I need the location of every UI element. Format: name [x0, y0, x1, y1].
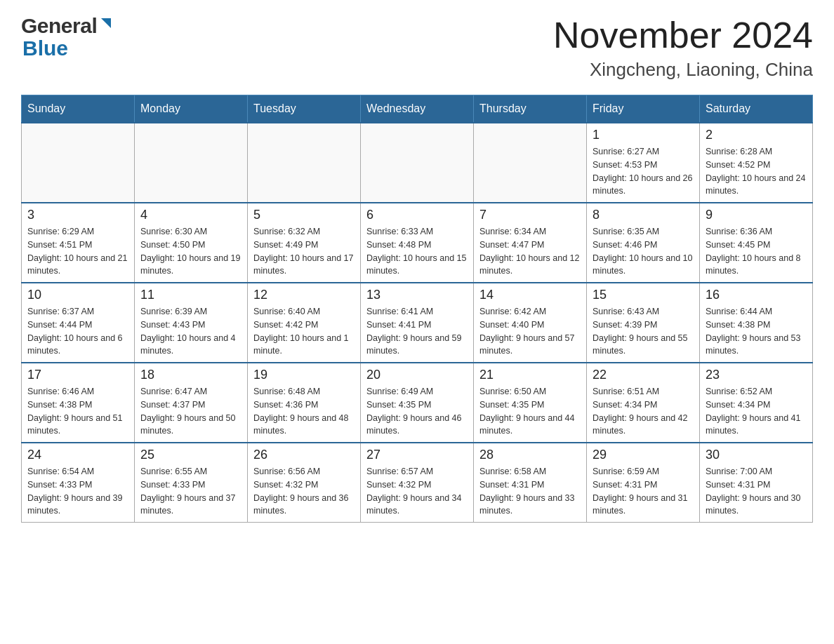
day-info: Sunrise: 6:54 AMSunset: 4:33 PMDaylight:… [27, 465, 128, 518]
table-row: 24Sunrise: 6:54 AMSunset: 4:33 PMDayligh… [22, 443, 135, 523]
table-row: 16Sunrise: 6:44 AMSunset: 4:38 PMDayligh… [700, 283, 813, 363]
table-row: 9Sunrise: 6:36 AMSunset: 4:45 PMDaylight… [700, 203, 813, 283]
day-info: Sunrise: 6:46 AMSunset: 4:38 PMDaylight:… [27, 385, 128, 438]
day-number: 20 [366, 368, 468, 382]
table-row: 6Sunrise: 6:33 AMSunset: 4:48 PMDaylight… [361, 203, 474, 283]
day-info: Sunrise: 6:34 AMSunset: 4:47 PMDaylight:… [479, 225, 581, 278]
table-row: 4Sunrise: 6:30 AMSunset: 4:50 PMDaylight… [135, 203, 248, 283]
day-number: 19 [253, 368, 355, 382]
day-number: 4 [140, 208, 241, 222]
page-header: General Blue November 2024 Xingcheng, Li… [21, 14, 813, 81]
day-number: 3 [27, 208, 128, 222]
day-info: Sunrise: 6:29 AMSunset: 4:51 PMDaylight:… [27, 225, 128, 278]
table-row: 3Sunrise: 6:29 AMSunset: 4:51 PMDaylight… [22, 203, 135, 283]
day-number: 2 [706, 128, 807, 142]
day-number: 21 [479, 368, 581, 382]
day-number: 9 [706, 208, 807, 222]
day-number: 1 [593, 128, 694, 142]
table-row: 15Sunrise: 6:43 AMSunset: 4:39 PMDayligh… [587, 283, 700, 363]
table-row: 1Sunrise: 6:27 AMSunset: 4:53 PMDaylight… [587, 123, 700, 203]
day-number: 30 [706, 448, 807, 462]
col-monday: Monday [135, 95, 248, 123]
day-info: Sunrise: 6:40 AMSunset: 4:42 PMDaylight:… [253, 305, 355, 358]
logo-blue-text: Blue [22, 36, 68, 60]
calendar-week-row: 3Sunrise: 6:29 AMSunset: 4:51 PMDaylight… [22, 203, 813, 283]
day-number: 25 [140, 448, 241, 462]
day-number: 26 [253, 448, 355, 462]
day-info: Sunrise: 6:35 AMSunset: 4:46 PMDaylight:… [593, 225, 694, 278]
day-info: Sunrise: 6:50 AMSunset: 4:35 PMDaylight:… [479, 385, 581, 438]
table-row: 23Sunrise: 6:52 AMSunset: 4:34 PMDayligh… [700, 363, 813, 443]
day-info: Sunrise: 6:37 AMSunset: 4:44 PMDaylight:… [27, 305, 128, 358]
day-info: Sunrise: 6:44 AMSunset: 4:38 PMDaylight:… [706, 305, 807, 358]
calendar-week-row: 24Sunrise: 6:54 AMSunset: 4:33 PMDayligh… [22, 443, 813, 523]
day-info: Sunrise: 7:00 AMSunset: 4:31 PMDaylight:… [706, 465, 807, 518]
day-info: Sunrise: 6:33 AMSunset: 4:48 PMDaylight:… [366, 225, 468, 278]
day-info: Sunrise: 6:39 AMSunset: 4:43 PMDaylight:… [140, 305, 241, 358]
page-subtitle: Xingcheng, Liaoning, China [553, 59, 813, 81]
table-row: 25Sunrise: 6:55 AMSunset: 4:33 PMDayligh… [135, 443, 248, 523]
day-info: Sunrise: 6:42 AMSunset: 4:40 PMDaylight:… [479, 305, 581, 358]
col-wednesday: Wednesday [361, 95, 474, 123]
day-number: 23 [706, 368, 807, 382]
table-row: 19Sunrise: 6:48 AMSunset: 4:36 PMDayligh… [248, 363, 361, 443]
table-row: 21Sunrise: 6:50 AMSunset: 4:35 PMDayligh… [474, 363, 587, 443]
table-row [474, 123, 587, 203]
day-number: 6 [366, 208, 468, 222]
calendar-table: Sunday Monday Tuesday Wednesday Thursday… [21, 95, 813, 523]
day-info: Sunrise: 6:59 AMSunset: 4:31 PMDaylight:… [593, 465, 694, 518]
day-info: Sunrise: 6:30 AMSunset: 4:50 PMDaylight:… [140, 225, 241, 278]
table-row: 17Sunrise: 6:46 AMSunset: 4:38 PMDayligh… [22, 363, 135, 443]
day-info: Sunrise: 6:52 AMSunset: 4:34 PMDaylight:… [706, 385, 807, 438]
col-thursday: Thursday [474, 95, 587, 123]
table-row: 28Sunrise: 6:58 AMSunset: 4:31 PMDayligh… [474, 443, 587, 523]
day-info: Sunrise: 6:51 AMSunset: 4:34 PMDaylight:… [593, 385, 694, 438]
day-number: 16 [706, 288, 807, 302]
day-number: 7 [479, 208, 581, 222]
table-row: 11Sunrise: 6:39 AMSunset: 4:43 PMDayligh… [135, 283, 248, 363]
logo-general-text: General [21, 14, 97, 38]
calendar-week-row: 10Sunrise: 6:37 AMSunset: 4:44 PMDayligh… [22, 283, 813, 363]
table-row: 20Sunrise: 6:49 AMSunset: 4:35 PMDayligh… [361, 363, 474, 443]
table-row: 7Sunrise: 6:34 AMSunset: 4:47 PMDaylight… [474, 203, 587, 283]
table-row [248, 123, 361, 203]
table-row [361, 123, 474, 203]
calendar-week-row: 1Sunrise: 6:27 AMSunset: 4:53 PMDaylight… [22, 123, 813, 203]
day-info: Sunrise: 6:41 AMSunset: 4:41 PMDaylight:… [366, 305, 468, 358]
table-row: 30Sunrise: 7:00 AMSunset: 4:31 PMDayligh… [700, 443, 813, 523]
day-number: 14 [479, 288, 581, 302]
calendar-header-row: Sunday Monday Tuesday Wednesday Thursday… [22, 95, 813, 123]
calendar-week-row: 17Sunrise: 6:46 AMSunset: 4:38 PMDayligh… [22, 363, 813, 443]
table-row: 22Sunrise: 6:51 AMSunset: 4:34 PMDayligh… [587, 363, 700, 443]
title-block: November 2024 Xingcheng, Liaoning, China [553, 14, 813, 81]
table-row: 26Sunrise: 6:56 AMSunset: 4:32 PMDayligh… [248, 443, 361, 523]
day-number: 15 [593, 288, 694, 302]
table-row: 5Sunrise: 6:32 AMSunset: 4:49 PMDaylight… [248, 203, 361, 283]
day-number: 17 [27, 368, 128, 382]
day-info: Sunrise: 6:48 AMSunset: 4:36 PMDaylight:… [253, 385, 355, 438]
day-number: 27 [366, 448, 468, 462]
table-row: 27Sunrise: 6:57 AMSunset: 4:32 PMDayligh… [361, 443, 474, 523]
table-row: 2Sunrise: 6:28 AMSunset: 4:52 PMDaylight… [700, 123, 813, 203]
day-number: 24 [27, 448, 128, 462]
table-row: 14Sunrise: 6:42 AMSunset: 4:40 PMDayligh… [474, 283, 587, 363]
col-tuesday: Tuesday [248, 95, 361, 123]
day-number: 29 [593, 448, 694, 462]
table-row: 29Sunrise: 6:59 AMSunset: 4:31 PMDayligh… [587, 443, 700, 523]
table-row: 18Sunrise: 6:47 AMSunset: 4:37 PMDayligh… [135, 363, 248, 443]
table-row: 13Sunrise: 6:41 AMSunset: 4:41 PMDayligh… [361, 283, 474, 363]
day-number: 12 [253, 288, 355, 302]
day-number: 28 [479, 448, 581, 462]
day-info: Sunrise: 6:57 AMSunset: 4:32 PMDaylight:… [366, 465, 468, 518]
table-row [22, 123, 135, 203]
day-info: Sunrise: 6:55 AMSunset: 4:33 PMDaylight:… [140, 465, 241, 518]
day-info: Sunrise: 6:56 AMSunset: 4:32 PMDaylight:… [253, 465, 355, 518]
table-row: 10Sunrise: 6:37 AMSunset: 4:44 PMDayligh… [22, 283, 135, 363]
day-number: 5 [253, 208, 355, 222]
page-title: November 2024 [553, 14, 813, 56]
table-row: 12Sunrise: 6:40 AMSunset: 4:42 PMDayligh… [248, 283, 361, 363]
table-row [135, 123, 248, 203]
day-info: Sunrise: 6:32 AMSunset: 4:49 PMDaylight:… [253, 225, 355, 278]
day-info: Sunrise: 6:28 AMSunset: 4:52 PMDaylight:… [706, 145, 807, 198]
day-number: 13 [366, 288, 468, 302]
